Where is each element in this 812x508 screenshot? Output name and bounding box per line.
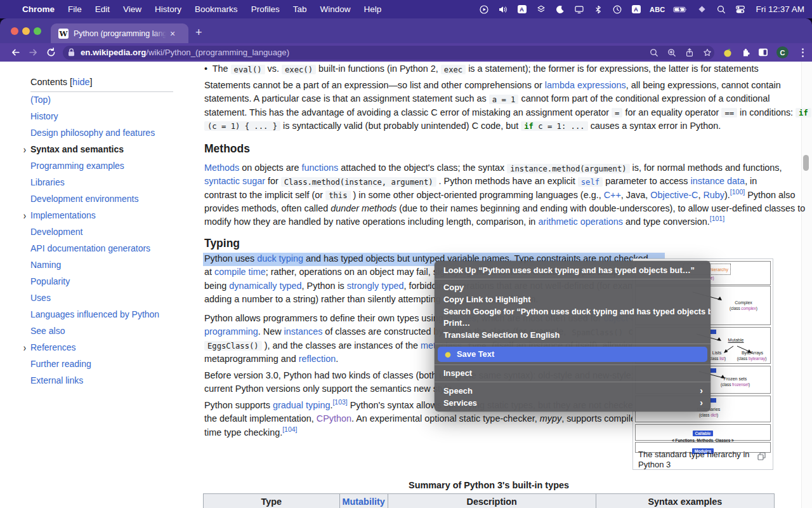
table-header-mutability[interactable]: Mutability: [339, 494, 388, 508]
sidebar-item-external-links[interactable]: External links: [19, 372, 190, 389]
context-menu-item-speech[interactable]: Speech›: [435, 385, 710, 397]
lock-icon[interactable]: [67, 48, 75, 60]
menubar-item-bookmarks[interactable]: Bookmarks: [195, 4, 238, 14]
menubar-item-view[interactable]: View: [123, 4, 141, 14]
wiki-link[interactable]: lambda expressions: [545, 80, 626, 90]
sidebar-item-further-reading[interactable]: Further reading: [19, 356, 190, 372]
chrome-menu-icon[interactable]: [798, 46, 807, 58]
sidebar-link[interactable]: Programming examples: [30, 161, 124, 171]
context-menu-item-translate-selection-to-english[interactable]: Translate Selection to English: [435, 329, 710, 341]
display-icon[interactable]: [573, 4, 584, 15]
wiki-link[interactable]: CPython: [317, 413, 351, 424]
moon-icon[interactable]: [554, 4, 565, 15]
reference-link[interactable]: [104]: [282, 425, 297, 433]
menubar-item-tab[interactable]: Tab: [293, 4, 307, 14]
menubar-clock[interactable]: Fri 12:37 AM: [756, 4, 804, 14]
spotlight-search-icon[interactable]: [716, 4, 726, 15]
reference-link[interactable]: [100]: [730, 188, 745, 196]
sidebar-link[interactable]: Naming: [30, 260, 61, 270]
sidebar-link[interactable]: Libraries: [30, 177, 65, 187]
sidebar-item-references[interactable]: ›References: [19, 339, 190, 356]
zoom-in-icon[interactable]: [667, 48, 677, 60]
sidebar-toggle-icon[interactable]: [757, 47, 769, 60]
sidebar-item-uses[interactable]: Uses: [19, 290, 190, 306]
extensions-puzzle-icon[interactable]: [740, 47, 751, 60]
section-toggle-icon[interactable]: ›: [19, 342, 30, 354]
shortcuts-app-icon[interactable]: A: [516, 4, 527, 15]
sidebar-link[interactable]: Syntax and semantics: [30, 144, 124, 154]
menubar-item-help[interactable]: Help: [363, 4, 381, 14]
sidebar-link[interactable]: Implementations: [30, 210, 96, 220]
tab-close-icon[interactable]: ×: [170, 29, 175, 38]
sidebar-item-syntax-and-semantics[interactable]: ›Syntax and semantics: [19, 141, 190, 157]
stack-icon[interactable]: [535, 4, 546, 15]
abc-input-label[interactable]: ABC: [650, 6, 665, 13]
play-circle-icon[interactable]: [478, 4, 489, 15]
sidebar-item-languages-influenced-by-python[interactable]: Languages influenced by Python: [19, 306, 190, 323]
wiki-link[interactable]: gradual typing: [273, 400, 330, 410]
wiki-link[interactable]: instances: [284, 326, 323, 337]
time-machine-icon[interactable]: [612, 4, 622, 15]
share-icon[interactable]: [684, 48, 695, 60]
battery-icon[interactable]: [673, 4, 688, 15]
window-zoom-button[interactable]: [34, 27, 41, 35]
sidebar-item-api-documentation-generators[interactable]: API documentation generators: [19, 240, 190, 257]
window-minimize-button[interactable]: [22, 27, 30, 35]
url-text[interactable]: en.wikipedia.org/wiki/Python_(programmin…: [81, 43, 289, 62]
section-toggle-icon[interactable]: ›: [19, 210, 30, 222]
menubar-item-window[interactable]: Window: [320, 4, 350, 14]
sidebar-link[interactable]: Further reading: [30, 359, 91, 369]
wiki-link[interactable]: strongly typed: [347, 281, 404, 291]
menubar-item-history[interactable]: History: [155, 4, 181, 14]
wiki-link[interactable]: instance data: [691, 176, 745, 186]
wiki-link[interactable]: compile time: [214, 267, 266, 277]
vpn-diamond-icon[interactable]: [697, 4, 707, 15]
sidebar-link[interactable]: (Top): [30, 95, 51, 105]
browser-tab[interactable]: W Python (programming language ×: [51, 23, 188, 43]
sidebar-link[interactable]: History: [30, 111, 58, 121]
context-menu-item-look-up-python-uses-duck-typin[interactable]: Look Up “Python uses duck typing and has…: [435, 264, 710, 276]
sidebar-link[interactable]: See also: [30, 326, 65, 336]
sidebar-item-development[interactable]: Development: [19, 224, 190, 240]
volume-icon[interactable]: [497, 4, 508, 15]
sidebar-item-programming-examples[interactable]: Programming examples: [19, 157, 190, 174]
menubar-item-chrome[interactable]: Chrome: [22, 4, 55, 14]
sidebar-item-libraries[interactable]: Libraries: [19, 174, 190, 190]
reference-link[interactable]: [101]: [710, 215, 724, 222]
wiki-link[interactable]: Objective-C: [650, 190, 698, 200]
wiki-link[interactable]: syntactic sugar: [204, 176, 265, 186]
bluetooth-icon[interactable]: [593, 4, 603, 15]
window-close-button[interactable]: [11, 27, 18, 35]
reference-link[interactable]: [103]: [332, 398, 347, 406]
wiki-link[interactable]: functions: [302, 163, 339, 173]
context-menu-item-save-text[interactable]: Save Text: [438, 347, 707, 362]
bookmark-star-icon[interactable]: [702, 48, 712, 60]
sidebar-link[interactable]: Uses: [30, 293, 51, 303]
wiki-link[interactable]: arithmetic operations: [538, 217, 623, 227]
control-center-icon[interactable]: [735, 4, 745, 15]
context-menu-item-copy-link-to-highlight[interactable]: Copy Link to Highlight: [435, 293, 710, 305]
sidebar-link[interactable]: Popularity: [30, 276, 70, 286]
sidebar-link[interactable]: Development: [30, 227, 83, 237]
sidebar-item-history[interactable]: History: [19, 108, 190, 124]
section-toggle-icon[interactable]: ›: [19, 144, 30, 156]
profile-avatar[interactable]: C: [776, 46, 789, 58]
reload-icon[interactable]: [43, 43, 58, 62]
sidebar-link[interactable]: API documentation generators: [30, 243, 150, 253]
back-icon[interactable]: [8, 43, 23, 62]
context-menu-item-search-google-for-python-uses-[interactable]: Search Google for “Python uses duck typi…: [435, 305, 710, 318]
menubar-item-profiles[interactable]: Profiles: [251, 4, 280, 14]
forward-icon[interactable]: [25, 43, 41, 62]
sidebar-link[interactable]: External links: [30, 375, 83, 385]
sidebar-item--top-[interactable]: (Top): [19, 91, 190, 108]
sidebar-link[interactable]: Development environments: [30, 194, 138, 204]
wiki-link[interactable]: reflection: [299, 354, 336, 364]
context-menu-item-services[interactable]: Services›: [435, 397, 710, 409]
context-menu-item-inspect[interactable]: Inspect: [435, 368, 710, 380]
input-source-icon[interactable]: A: [631, 4, 641, 15]
sidebar-item-design-philosophy-and-features[interactable]: Design philosophy and features: [19, 124, 190, 141]
contents-hide-link[interactable]: hide: [72, 77, 89, 87]
sidebar-item-see-also[interactable]: See also: [19, 323, 190, 339]
figure-expand-icon[interactable]: [757, 451, 766, 463]
context-menu-item-copy[interactable]: Copy: [435, 282, 710, 294]
